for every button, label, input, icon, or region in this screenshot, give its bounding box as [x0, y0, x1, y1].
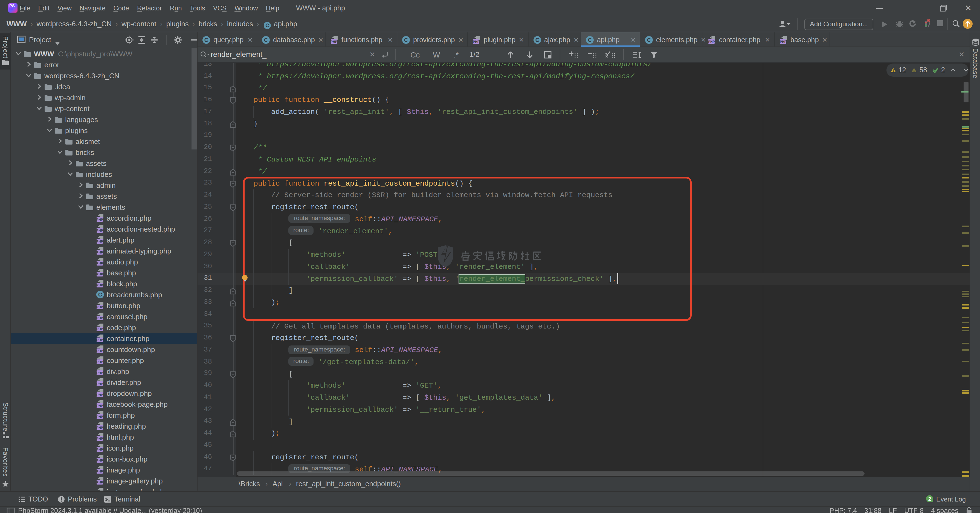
svg-text:C: C — [265, 22, 269, 28]
svg-text:PHP: PHP — [96, 283, 103, 287]
svg-text:PHP: PHP — [96, 316, 103, 320]
svg-text:C: C — [404, 37, 408, 43]
svg-text:PHP: PHP — [96, 349, 103, 353]
svg-text:C: C — [647, 37, 651, 43]
svg-text:2: 2 — [928, 496, 931, 502]
svg-text:PHP: PHP — [780, 40, 786, 43]
svg-text:PHP: PHP — [96, 480, 103, 484]
svg-text:PHP: PHP — [96, 393, 103, 397]
svg-text:PHP: PHP — [96, 382, 103, 386]
svg-text:PHP: PHP — [96, 327, 103, 331]
svg-text:PHP: PHP — [96, 229, 103, 233]
svg-text:C: C — [204, 37, 208, 43]
svg-text:PHP: PHP — [96, 470, 103, 473]
svg-text:C: C — [98, 292, 102, 298]
svg-text:PHP: PHP — [708, 40, 714, 43]
svg-text:C: C — [535, 37, 539, 43]
svg-text:PHP: PHP — [96, 371, 103, 375]
svg-text:PHP: PHP — [96, 459, 103, 462]
svg-text:PHP: PHP — [96, 239, 103, 243]
svg-text:C: C — [588, 37, 592, 43]
svg-text:PHP: PHP — [96, 338, 103, 342]
svg-text:PHP: PHP — [331, 40, 337, 43]
svg-text:PHP: PHP — [96, 415, 103, 419]
svg-text:PHP: PHP — [96, 272, 103, 276]
svg-text:C: C — [264, 37, 268, 43]
svg-text:PHP: PHP — [96, 426, 103, 430]
svg-text:PHP: PHP — [96, 448, 103, 451]
svg-text:PHP: PHP — [96, 437, 103, 440]
svg-text:PHP: PHP — [473, 40, 479, 43]
svg-text:PHP: PHP — [96, 360, 103, 364]
svg-text:PHP: PHP — [96, 218, 103, 221]
svg-text:PHP: PHP — [96, 305, 103, 309]
svg-text:PHP: PHP — [96, 404, 103, 408]
svg-text:PHP: PHP — [96, 250, 103, 254]
svg-text:PHP: PHP — [96, 261, 103, 265]
